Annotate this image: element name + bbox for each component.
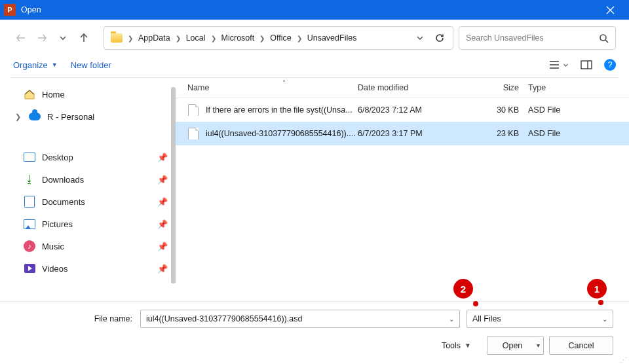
cancel-button[interactable]: Cancel <box>549 336 613 355</box>
file-type-filter[interactable]: All Files ⌄ <box>467 310 613 328</box>
pin-icon: 📌 <box>157 242 168 251</box>
refresh-button[interactable] <box>434 33 445 43</box>
breadcrumb-segment[interactable]: Microsoft <box>220 32 256 44</box>
column-header-name[interactable]: Name ˄ <box>187 83 358 92</box>
open-split-button[interactable]: ▾ <box>533 336 544 355</box>
column-header-size[interactable]: Size <box>461 83 528 92</box>
window-title: Open <box>21 5 41 14</box>
filename-combo[interactable]: iul4((Unsaved-310377790685554416)).asd ⌄ <box>140 310 460 328</box>
file-type: ASD File <box>528 129 607 138</box>
app-icon: P <box>4 4 16 16</box>
nav-row: ❯ AppData ❯ Local ❯ Microsoft ❯ Office ❯… <box>0 20 629 56</box>
new-folder-button[interactable]: New folder <box>71 60 111 70</box>
file-row[interactable]: iul4((Unsaved-310377790685554416))....6/… <box>176 122 629 145</box>
tree-item-pictures[interactable]: Pictures 📌 <box>9 213 172 235</box>
column-header-type[interactable]: Type <box>528 83 607 92</box>
tree-item-personal[interactable]: ❯ R - Personal <box>9 105 172 128</box>
breadcrumb-segment[interactable]: AppData <box>137 32 172 44</box>
preview-pane-icon <box>581 60 592 69</box>
help-icon: ? <box>608 60 613 69</box>
file-name: iul4((Unsaved-310377790685554416)).... <box>206 129 356 138</box>
file-row[interactable]: If there are errors in the file syst((Un… <box>176 98 629 122</box>
forward-button[interactable] <box>34 30 50 46</box>
view-options-button[interactable] <box>548 60 569 69</box>
tree-item-documents[interactable]: Documents 📌 <box>9 191 172 213</box>
breadcrumb-segment[interactable]: Office <box>269 32 292 44</box>
music-icon: ♪ <box>24 240 35 252</box>
help-button[interactable]: ? <box>604 59 616 71</box>
title-bar: P Open <box>0 0 629 20</box>
chevron-down-icon: ▼ <box>465 342 471 349</box>
tree-item-home[interactable]: Home <box>9 83 172 105</box>
column-headers: Name ˄ Date modified Size Type <box>176 78 629 98</box>
tree-item-label: Videos <box>42 264 68 274</box>
pin-icon: 📌 <box>157 219 168 229</box>
tools-button[interactable]: Tools ▼ <box>442 341 471 350</box>
open-button-group: Open ▾ <box>487 336 544 355</box>
folder-icon <box>111 33 123 43</box>
sort-indicator-icon: ˄ <box>282 79 286 86</box>
tree-item-desktop[interactable]: Desktop 📌 <box>9 146 172 168</box>
cloud-icon <box>29 111 41 122</box>
tree-item-label: Downloads <box>42 175 84 185</box>
close-icon <box>606 6 615 14</box>
search-placeholder: Search UnsavedFiles <box>466 33 544 43</box>
back-button[interactable] <box>13 30 29 46</box>
search-icon <box>599 33 609 43</box>
recent-dropdown-button[interactable] <box>55 30 71 46</box>
picture-icon <box>24 218 35 230</box>
filename-value: iul4((Unsaved-310377790685554416)).asd <box>146 314 302 323</box>
resize-grip[interactable]: ⋰ <box>620 359 627 362</box>
file-size: 23 KB <box>461 129 528 138</box>
chevron-right-icon[interactable]: ❯ <box>13 113 22 121</box>
pin-icon: 📌 <box>157 153 168 162</box>
up-button[interactable] <box>76 30 92 46</box>
search-input[interactable]: Search UnsavedFiles <box>459 26 616 50</box>
tree-item-music[interactable]: ♪ Music 📌 <box>9 235 172 257</box>
filter-value: All Files <box>472 314 501 323</box>
pin-icon: 📌 <box>157 264 168 274</box>
navigation-tree: Home ❯ R - Personal Desktop 📌 ⭳ Download… <box>0 78 176 300</box>
chevron-right-icon[interactable]: ❯ <box>208 35 219 42</box>
chevron-down-icon[interactable]: ⌄ <box>602 316 607 323</box>
tree-item-label: Home <box>42 90 65 100</box>
breadcrumb-segment[interactable]: Local <box>185 32 207 44</box>
home-icon <box>24 88 35 100</box>
file-list-pane: Name ˄ Date modified Size Type If there … <box>176 78 629 300</box>
file-name: If there are errors in the file syst((Un… <box>206 105 353 115</box>
address-dropdown-button[interactable] <box>416 34 424 42</box>
pin-icon: 📌 <box>157 197 168 207</box>
tree-item-downloads[interactable]: ⭳ Downloads 📌 <box>9 168 172 191</box>
open-button[interactable]: Open <box>487 336 538 355</box>
address-bar[interactable]: ❯ AppData ❯ Local ❯ Microsoft ❯ Office ❯… <box>104 26 453 50</box>
desktop-icon <box>24 151 35 163</box>
chevron-down-icon[interactable]: ⌄ <box>449 316 454 323</box>
list-icon <box>548 60 560 69</box>
main-area: Home ❯ R - Personal Desktop 📌 ⭳ Download… <box>0 78 629 300</box>
dialog-footer: File name: iul4((Unsaved-310377790685554… <box>0 301 629 364</box>
breadcrumb-segment[interactable]: UnsavedFiles <box>306 32 358 44</box>
tree-item-label: Music <box>42 242 64 251</box>
chevron-right-icon[interactable]: ❯ <box>125 35 136 42</box>
preview-pane-button[interactable] <box>581 60 592 69</box>
chevron-down-icon <box>563 62 569 68</box>
column-header-date[interactable]: Date modified <box>358 83 461 92</box>
file-icon <box>187 128 199 139</box>
annotation-callout-1: 1 <box>587 279 607 299</box>
chevron-right-icon[interactable]: ❯ <box>294 35 305 42</box>
tree-item-label: Pictures <box>42 219 73 229</box>
chevron-down-icon: ▼ <box>52 62 58 68</box>
chevron-down-icon: ▾ <box>537 342 540 349</box>
file-type: ASD File <box>528 105 607 115</box>
chevron-right-icon[interactable]: ❯ <box>173 35 183 42</box>
chevron-right-icon[interactable]: ❯ <box>257 35 267 42</box>
annotation-callout-2: 2 <box>453 279 473 299</box>
video-icon <box>24 263 35 274</box>
organize-button[interactable]: Organize▼ <box>13 60 58 70</box>
filename-label: File name: <box>16 314 134 323</box>
close-button[interactable] <box>595 0 625 20</box>
toolbar: Organize▼ New folder ? <box>0 56 629 77</box>
tree-item-label: Desktop <box>42 153 73 162</box>
scrollbar[interactable] <box>171 87 176 283</box>
tree-item-videos[interactable]: Videos 📌 <box>9 257 172 280</box>
